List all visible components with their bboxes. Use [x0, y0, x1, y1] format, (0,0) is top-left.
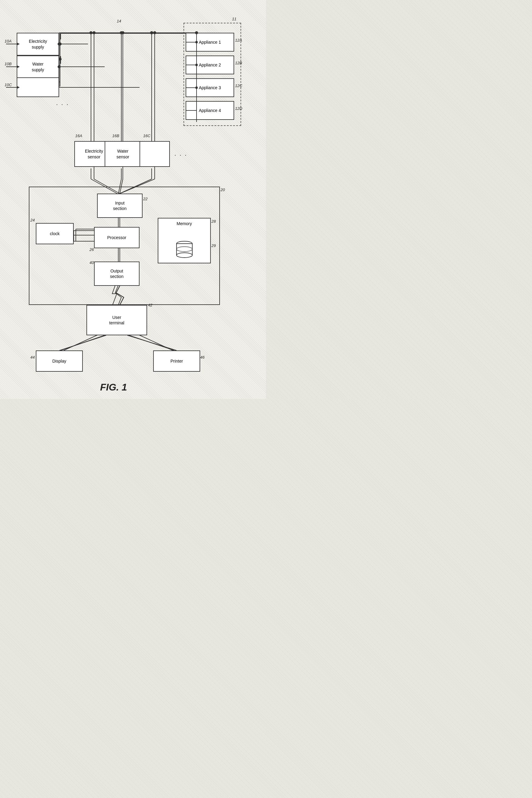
ref-46: 46 [200, 355, 205, 359]
printer-label: Printer [170, 358, 183, 364]
printer-box: Printer [153, 350, 200, 372]
display-box: Display [36, 350, 83, 372]
terminal-connections [0, 0, 266, 399]
fig-label: FIG. 1 [100, 382, 127, 393]
diagram: 11 Appliance 1 12A Appliance 2 12B Appli… [0, 0, 266, 399]
svg-line-47 [61, 335, 104, 350]
ref-44: 44 [30, 355, 35, 359]
display-label: Display [53, 358, 66, 364]
svg-line-48 [129, 335, 174, 350]
